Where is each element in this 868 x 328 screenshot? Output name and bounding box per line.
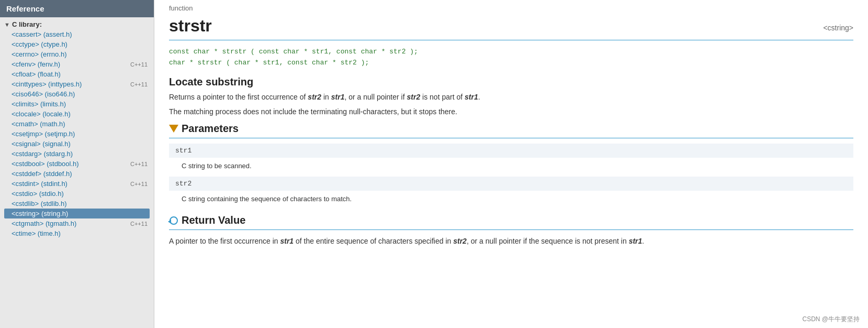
sidebar-item-label-4: <cfloat> (float.h)	[12, 70, 61, 78]
title-divider	[169, 40, 853, 40]
main-content: function strstr <cstring> const char * s…	[154, 0, 868, 328]
sidebar-item-badge-19: C++11	[130, 221, 148, 227]
sidebar-item-0[interactable]: <cassert> (assert.h)	[4, 29, 150, 39]
return-title-row: Return Value	[169, 214, 853, 226]
param2-block: str2	[169, 177, 853, 191]
locate-title-text: Locate substring	[169, 76, 253, 88]
sidebar-section-title[interactable]: ▼ C library:	[4, 20, 150, 28]
sidebar-item-7[interactable]: <climits> (limits.h)	[4, 99, 150, 109]
sidebar-item-5[interactable]: <cinttypes> (inttypes.h)C++11	[4, 79, 150, 89]
params-title-row: Parameters	[169, 123, 853, 135]
sidebar-item-label-10: <csetjmp> (setjmp.h)	[12, 130, 75, 138]
sidebar-item-label-18: <cstring> (string.h)	[12, 210, 68, 217]
sidebar-item-label-5: <cinttypes> (inttypes.h)	[12, 80, 82, 88]
sidebar-section: ▼ C library: <cassert> (assert.h)<cctype…	[0, 17, 154, 239]
sidebar-item-12[interactable]: <cstdarg> (stdarg.h)	[4, 149, 150, 159]
sidebar-item-6[interactable]: <ciso646> (iso646.h)	[4, 89, 150, 99]
sidebar-item-label-0: <cassert> (assert.h)	[12, 30, 72, 38]
sidebar-item-label-6: <ciso646> (iso646.h)	[12, 90, 75, 98]
breadcrumb: function	[169, 0, 853, 14]
locate-desc1: Returns a pointer to the first occurrenc…	[169, 91, 853, 103]
signature: const char * strstr ( const char * str1,…	[169, 47, 853, 69]
cstring-tag: <cstring>	[823, 24, 853, 32]
sidebar-item-label-19: <ctgmath> (tgmath.h)	[12, 220, 76, 227]
sidebar-item-label-3: <cfenv> (fenv.h)	[12, 60, 60, 68]
sidebar-item-3[interactable]: <cfenv> (fenv.h)C++11	[4, 59, 150, 69]
sidebar-item-label-11: <csignal> (signal.h)	[12, 140, 71, 148]
signature-line1: const char * strstr ( const char * str1,…	[169, 48, 418, 56]
sidebar-item-badge-5: C++11	[130, 81, 148, 88]
return-divider	[169, 229, 853, 230]
sidebar-item-16[interactable]: <cstdio> (stdio.h)	[4, 189, 150, 199]
sidebar-item-label-16: <cstdio> (stdio.h)	[12, 190, 64, 198]
signature-line2: char * strstr ( char * str1, const char …	[169, 59, 369, 67]
sidebar-item-label-9: <cmath> (math.h)	[12, 120, 65, 128]
sidebar-header: Reference	[0, 0, 154, 17]
params-divider	[169, 138, 853, 138]
sidebar-item-label-2: <cerrno> (errno.h)	[12, 50, 67, 58]
sidebar-item-19[interactable]: <ctgmath> (tgmath.h)C++11	[4, 218, 150, 228]
sidebar-item-10[interactable]: <csetjmp> (setjmp.h)	[4, 129, 150, 139]
sidebar-item-label-12: <cstdarg> (stdarg.h)	[12, 150, 73, 158]
sidebar-item-badge-3: C++11	[130, 61, 148, 68]
sidebar-item-2[interactable]: <cerrno> (errno.h)	[4, 49, 150, 59]
sidebar-item-13[interactable]: <cstdbool> (stdbool.h)C++11	[4, 159, 150, 169]
sidebar-item-15[interactable]: <cstdint> (stdint.h)C++11	[4, 179, 150, 189]
sidebar-item-label-17: <cstdlib> (stdlib.h)	[12, 200, 67, 207]
sidebar-item-14[interactable]: <cstddef> (stddef.h)	[4, 169, 150, 179]
sidebar-item-11[interactable]: <csignal> (signal.h)	[4, 139, 150, 149]
sidebar-item-8[interactable]: <clocale> (locale.h)	[4, 109, 150, 119]
return-icon	[169, 216, 178, 225]
footer-note: CSDN @牛牛要坚持	[802, 315, 860, 324]
sidebar-item-label-20: <ctime> (time.h)	[12, 229, 61, 237]
sidebar-item-label-8: <clocale> (locale.h)	[12, 110, 71, 118]
param1-block: str1	[169, 144, 853, 158]
sidebar-item-label-1: <cctype> (ctype.h)	[12, 40, 67, 48]
sidebar-section-label: C library:	[12, 20, 42, 28]
sidebar: Reference ▼ C library: <cassert> (assert…	[0, 0, 154, 328]
sidebar-item-badge-15: C++11	[130, 181, 148, 187]
locate-title: Locate substring	[169, 76, 853, 88]
param1-desc: C string to be scanned.	[169, 159, 853, 177]
sidebar-item-20[interactable]: <ctime> (time.h)	[4, 228, 150, 238]
return-title-text: Return Value	[182, 214, 245, 226]
return-desc: A pointer to the first occurrence in str…	[169, 235, 853, 247]
sidebar-item-17[interactable]: <cstdlib> (stdlib.h)	[4, 199, 150, 209]
sidebar-item-18[interactable]: <cstring> (string.h)	[4, 209, 150, 218]
sidebar-item-badge-13: C++11	[130, 161, 148, 167]
func-name-row: strstr <cstring>	[169, 16, 853, 36]
params-title-text: Parameters	[182, 123, 239, 135]
sidebar-item-label-13: <cstdbool> (stdbool.h)	[12, 160, 79, 168]
sidebar-item-4[interactable]: <cfloat> (float.h)	[4, 69, 150, 79]
sidebar-item-1[interactable]: <cctype> (ctype.h)	[4, 39, 150, 49]
collapse-arrow: ▼	[4, 21, 10, 28]
sidebar-item-label-14: <cstddef> (stddef.h)	[12, 170, 72, 178]
param2-desc: C string containing the sequence of char…	[169, 192, 853, 210]
func-name: strstr	[169, 16, 212, 36]
sidebar-item-label-15: <cstdint> (stdint.h)	[12, 180, 67, 188]
locate-desc2: The matching process does not include th…	[169, 106, 853, 117]
sidebar-item-9[interactable]: <cmath> (math.h)	[4, 119, 150, 129]
sidebar-item-label-7: <climits> (limits.h)	[12, 100, 66, 108]
params-icon	[169, 124, 178, 134]
sidebar-items-list: <cassert> (assert.h)<cctype> (ctype.h)<c…	[4, 29, 150, 238]
